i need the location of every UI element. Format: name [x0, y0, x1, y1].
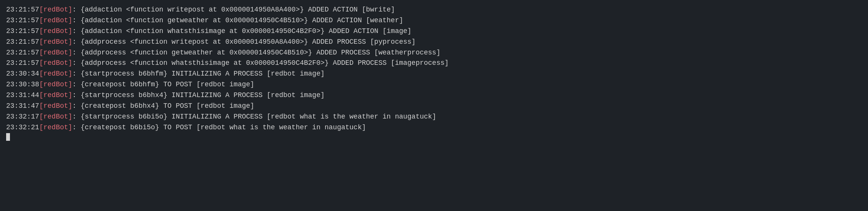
log-message: : {createpost b6bhfm} TO POST [redbot im… [72, 79, 254, 90]
log-line: 23:31:44[redBot]: {startprocess b6bhx4} … [6, 90, 862, 101]
log-output: 23:21:57[redBot]: {addaction <function w… [6, 5, 862, 133]
log-timestamp: 23:30:34 [6, 69, 39, 79]
log-line: 23:21:57[redBot]: {addaction <function w… [6, 5, 862, 15]
log-timestamp: 23:21:57 [6, 58, 39, 69]
bot-name: [redBot] [39, 58, 72, 69]
bot-name: [redBot] [39, 15, 72, 26]
log-message: : {addprocess <function writepost at 0x0… [72, 37, 416, 48]
bot-name: [redBot] [39, 112, 72, 122]
log-line: 23:21:57[redBot]: {addaction <function w… [6, 26, 862, 37]
log-message: : {startprocess b6bi5o} INITIALIZING A P… [72, 112, 436, 122]
log-timestamp: 23:32:17 [6, 112, 39, 122]
log-line: 23:30:34[redBot]: {startprocess b6bhfm} … [6, 69, 862, 79]
log-timestamp: 23:21:57 [6, 26, 39, 37]
log-timestamp: 23:21:57 [6, 5, 39, 15]
bot-name: [redBot] [39, 90, 72, 101]
log-message: : {addaction <function writepost at 0x00… [72, 5, 395, 15]
log-message: : {createpost b6bhx4} TO POST [redbot im… [72, 101, 254, 112]
log-timestamp: 23:31:44 [6, 90, 39, 101]
bot-name: [redBot] [39, 37, 72, 48]
log-message: : {createpost b6bi5o} TO POST [redbot wh… [72, 122, 366, 133]
log-line: 23:21:57[redBot]: {addaction <function g… [6, 15, 862, 26]
log-message: : {startprocess b6bhx4} INITIALIZING A P… [72, 90, 325, 101]
log-timestamp: 23:21:57 [6, 48, 39, 58]
log-line: 23:32:17[redBot]: {startprocess b6bi5o} … [6, 112, 862, 122]
cursor-line [6, 133, 862, 141]
log-timestamp: 23:21:57 [6, 37, 39, 48]
bot-name: [redBot] [39, 101, 72, 112]
bot-name: [redBot] [39, 48, 72, 58]
log-message: : {addprocess <function whatsthisimage a… [72, 58, 449, 69]
bot-name: [redBot] [39, 79, 72, 90]
log-message: : {addprocess <function getweather at 0x… [72, 48, 440, 58]
log-message: : {startprocess b6bhfm} INITIALIZING A P… [72, 69, 325, 79]
terminal-cursor [6, 133, 10, 141]
bot-name: [redBot] [39, 5, 72, 15]
log-timestamp: 23:30:38 [6, 79, 39, 90]
log-line: 23:21:57[redBot]: {addprocess <function … [6, 48, 862, 58]
log-message: : {addaction <function whatsthisimage at… [72, 26, 412, 37]
log-line: 23:21:57[redBot]: {addprocess <function … [6, 58, 862, 69]
log-timestamp: 23:21:57 [6, 15, 39, 26]
log-line: 23:30:38[redBot]: {createpost b6bhfm} TO… [6, 79, 862, 90]
log-line: 23:31:47[redBot]: {createpost b6bhx4} TO… [6, 101, 862, 112]
bot-name: [redBot] [39, 26, 72, 37]
bot-name: [redBot] [39, 69, 72, 79]
bot-name: [redBot] [39, 122, 72, 133]
terminal-container: 23:21:57[redBot]: {addaction <function w… [6, 5, 862, 206]
log-timestamp: 23:32:21 [6, 122, 39, 133]
log-line: 23:32:21[redBot]: {createpost b6bi5o} TO… [6, 122, 862, 133]
log-line: 23:21:57[redBot]: {addprocess <function … [6, 37, 862, 48]
log-timestamp: 23:31:47 [6, 101, 39, 112]
log-message: : {addaction <function getweather at 0x0… [72, 15, 403, 26]
